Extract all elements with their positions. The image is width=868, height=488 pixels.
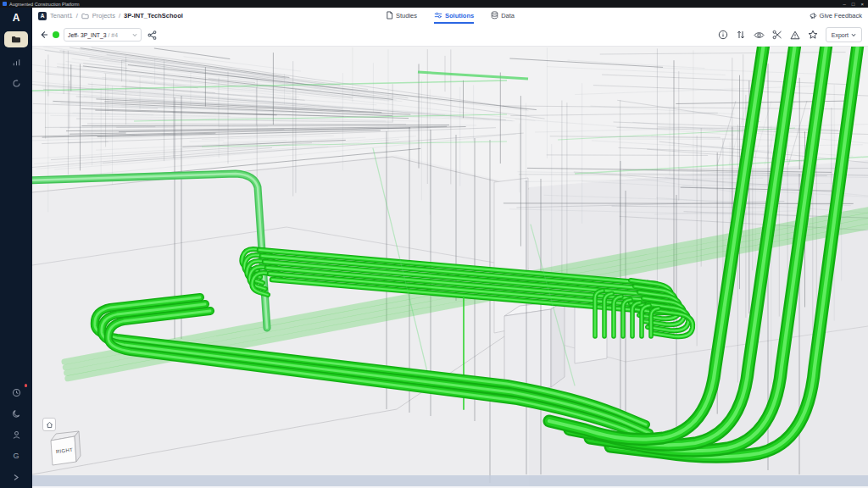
window-titlebar: Augmented Construction Platform – □ × (0, 0, 868, 8)
solution-select[interactable]: Jeff- 3P_INT_3 / #4 (64, 28, 142, 42)
minimize-button[interactable]: – (843, 2, 846, 7)
warning-button[interactable] (790, 30, 800, 40)
document-icon (386, 11, 393, 19)
app-icon (3, 2, 7, 6)
status-dot (53, 31, 59, 38)
sidebar-item-history[interactable] (7, 76, 25, 90)
sidebar-item-notifications[interactable] (7, 385, 25, 399)
chart-icon (12, 58, 21, 67)
tab-solutions[interactable]: Solutions (434, 8, 474, 24)
window-title: Augmented Construction Platform (9, 2, 80, 7)
eye-button[interactable] (754, 30, 765, 40)
sidebar-expand-button[interactable] (7, 470, 25, 484)
tab-studies[interactable]: Studies (386, 8, 417, 24)
chevron-down-icon (132, 33, 137, 37)
folder-icon (11, 35, 21, 44)
clock-icon (12, 388, 21, 397)
moon-icon (12, 409, 21, 419)
sidebar: A G (0, 8, 32, 488)
solution-select-version: / #4 (108, 32, 118, 38)
history-icon (12, 79, 21, 88)
tab-data[interactable]: Data (491, 8, 515, 24)
share-button[interactable] (147, 30, 157, 40)
brand-logo: A (13, 12, 20, 24)
sidebar-item-guide[interactable]: G (7, 449, 25, 463)
sidebar-item-analytics[interactable] (7, 55, 25, 69)
home-icon (46, 421, 53, 429)
view-cube[interactable]: RIGHT (44, 430, 85, 472)
sidebar-item-theme[interactable] (7, 407, 25, 420)
viewer-toolbar: Jeff- 3P_INT_3 / #4 Export (32, 24, 868, 47)
solution-select-value: Jeff- 3P_INT_3 (68, 32, 107, 38)
database-icon (491, 11, 498, 19)
info-button[interactable] (718, 30, 728, 40)
sidebar-item-account[interactable] (7, 428, 25, 441)
compare-arrows-button[interactable] (736, 30, 746, 40)
scissors-button[interactable] (772, 30, 782, 40)
app-header: A Tenant1 / Projects / 3P-INT_TechSchool… (32, 8, 868, 25)
viewport-bottom-band (32, 475, 868, 486)
export-button[interactable]: Export (826, 27, 862, 42)
star-button[interactable] (808, 30, 818, 40)
maximize-button[interactable]: □ (852, 2, 855, 7)
sliders-icon (434, 11, 442, 19)
chevron-down-icon (851, 33, 856, 37)
give-feedback-button[interactable]: Give Feedback (810, 8, 862, 24)
sidebar-item-projects[interactable] (4, 31, 28, 47)
notification-badge (25, 384, 28, 387)
main-tabs: Studies Solutions Data (32, 8, 868, 24)
close-button[interactable]: × (860, 2, 864, 7)
viewer-canvas[interactable]: RIGHT (32, 47, 868, 488)
user-icon (12, 430, 21, 440)
back-button[interactable] (39, 30, 48, 39)
chevron-right-icon (13, 474, 19, 481)
megaphone-icon (810, 12, 817, 19)
model-3d-scene (32, 47, 868, 488)
